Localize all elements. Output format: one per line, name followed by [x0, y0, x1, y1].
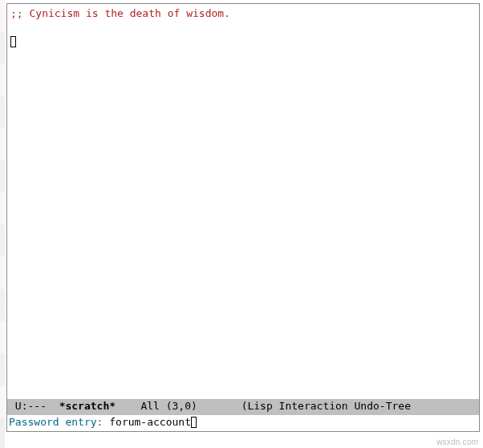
mode-line-spacer2: [197, 400, 242, 412]
mode-line-buffer-name: *scratch*: [59, 400, 116, 412]
decorative-left-strip: [0, 0, 5, 448]
watermark-text: wsxdn.com: [436, 438, 478, 446]
minibuffer-input[interactable]: forum-account: [109, 416, 191, 428]
editor-buffer[interactable]: ;; Cynicism is the death of wisdom.: [7, 4, 479, 399]
mode-line-modes: (Lisp Interaction Undo-Tree: [242, 400, 411, 412]
mode-line-coords: (3,0): [166, 400, 197, 412]
mode-line-spacer: [116, 400, 140, 412]
mode-line[interactable]: U:--- *scratch* All (3,0) (Lisp Interact…: [7, 399, 479, 415]
minibuffer-cursor-icon: [191, 417, 197, 428]
mode-line-flags: U:---: [9, 400, 59, 412]
text-cursor-icon: [10, 36, 16, 47]
minibuffer-prompt: Password entry:: [9, 416, 109, 428]
mode-line-position: All: [140, 400, 159, 412]
emacs-frame: ;; Cynicism is the death of wisdom. U:--…: [6, 3, 480, 432]
buffer-comment-line: ;; Cynicism is the death of wisdom.: [10, 7, 230, 19]
minibuffer[interactable]: Password entry: forum-account: [7, 415, 479, 431]
